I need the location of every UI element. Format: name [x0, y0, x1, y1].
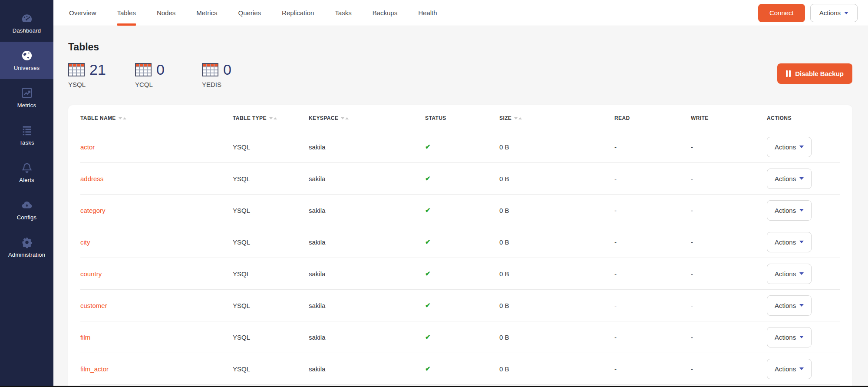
universe-tabs: Overview Tables Nodes Metrics Queries Re…: [59, 0, 448, 26]
status-check-icon: ✔: [425, 301, 499, 309]
connect-button[interactable]: Connect: [758, 4, 805, 22]
sort-icon[interactable]: [514, 117, 522, 119]
tab-nodes[interactable]: Nodes: [146, 0, 186, 26]
tab-label: Metrics: [196, 9, 217, 17]
size-cell: 0 B: [499, 365, 614, 373]
column-header-label: READ: [614, 115, 630, 121]
column-header-table-name[interactable]: TABLE NAME: [80, 115, 233, 121]
table-row: address YSQL sakila ✔ 0 B - - Actions: [80, 163, 840, 195]
sidebar-item-metrics[interactable]: Metrics: [0, 79, 53, 116]
row-actions-button[interactable]: Actions: [767, 169, 812, 189]
tab-label: Tables: [117, 9, 136, 17]
metrics-chart-icon: [21, 87, 33, 99]
chevron-down-icon: [844, 12, 848, 14]
table-name-link[interactable]: film: [80, 334, 233, 341]
tab-label: Nodes: [157, 9, 175, 17]
table-name-link[interactable]: address: [80, 175, 233, 182]
table-row: city YSQL sakila ✔ 0 B - - Actions: [80, 226, 840, 258]
table-name-link[interactable]: category: [80, 207, 233, 214]
table-row: country YSQL sakila ✔ 0 B - - Actions: [80, 258, 840, 290]
size-cell: 0 B: [499, 270, 614, 278]
table-type-cell: YSQL: [233, 238, 309, 246]
tab-metrics[interactable]: Metrics: [186, 0, 228, 26]
stat-label: YCQL: [135, 81, 202, 88]
sort-icon[interactable]: [269, 117, 277, 119]
stat-label: YEDIS: [202, 81, 269, 88]
table-name-link[interactable]: customer: [80, 302, 233, 309]
table-grid-icon: [68, 63, 85, 76]
row-actions-button[interactable]: Actions: [767, 295, 812, 316]
table-count-stat: 21 YSQL: [68, 61, 135, 88]
column-header-label: KEYSPACE: [309, 115, 338, 121]
tab-health[interactable]: Health: [408, 0, 447, 26]
universe-actions-button[interactable]: Actions: [810, 4, 858, 22]
keyspace-cell: sakila: [309, 365, 425, 373]
chevron-down-icon: [799, 304, 804, 307]
chevron-down-icon: [799, 241, 804, 243]
row-actions-button[interactable]: Actions: [767, 359, 812, 379]
column-header-keyspace[interactable]: KEYSPACE: [309, 115, 425, 121]
tab-tasks[interactable]: Tasks: [324, 0, 362, 26]
row-actions-label: Actions: [775, 238, 796, 246]
sidebar-item-universes[interactable]: Universes: [0, 42, 53, 79]
tab-label: Health: [418, 9, 437, 17]
column-header-label: TABLE TYPE: [233, 115, 267, 121]
tab-queries[interactable]: Queries: [228, 0, 272, 26]
write-cell: -: [691, 334, 767, 341]
universe-globe-icon: [21, 50, 33, 62]
table-name-link[interactable]: actor: [80, 143, 233, 151]
row-actions-button[interactable]: Actions: [767, 327, 812, 347]
tab-replication[interactable]: Replication: [271, 0, 324, 26]
keyspace-cell: sakila: [309, 334, 425, 341]
chevron-down-icon: [799, 367, 804, 370]
write-cell: -: [691, 365, 767, 373]
administration-gear-icon: [21, 236, 33, 248]
disable-backup-button[interactable]: Disable Backup: [777, 63, 852, 84]
column-header-status: STATUS: [425, 115, 499, 121]
stat-count: 21: [89, 61, 106, 78]
sidebar-item-configs[interactable]: Configs: [0, 191, 53, 228]
row-actions-button[interactable]: Actions: [767, 232, 812, 252]
sidebar-item-alerts[interactable]: Alerts: [0, 154, 53, 191]
table-count-stats: 21 YSQL 0 YCQL 0 YEDIS: [68, 61, 852, 88]
tables-card: TABLE NAME TABLE TYPE KEYSPACE STATUS SI…: [68, 105, 852, 387]
chevron-down-icon: [799, 177, 804, 180]
table-type-cell: YSQL: [233, 365, 309, 373]
table-name-link[interactable]: film_actor: [80, 365, 233, 373]
sidebar-item-label: Dashboard: [13, 27, 41, 34]
status-check-icon: ✔: [425, 238, 499, 246]
status-check-icon: ✔: [425, 365, 499, 373]
stat-label: YSQL: [68, 81, 135, 88]
table-type-cell: YSQL: [233, 334, 309, 341]
status-check-icon: ✔: [425, 333, 499, 341]
sidebar-item-tasks[interactable]: Tasks: [0, 116, 53, 154]
sort-icon[interactable]: [341, 117, 349, 119]
table-name-link[interactable]: city: [80, 238, 233, 246]
chevron-down-icon: [799, 336, 804, 338]
sort-icon[interactable]: [119, 117, 126, 119]
size-cell: 0 B: [499, 143, 614, 151]
keyspace-cell: sakila: [309, 175, 425, 182]
row-actions-label: Actions: [775, 270, 796, 278]
size-cell: 0 B: [499, 302, 614, 309]
row-actions-button[interactable]: Actions: [767, 200, 812, 221]
tab-tables[interactable]: Tables: [107, 0, 146, 26]
column-header-size[interactable]: SIZE: [499, 115, 614, 121]
row-actions-button[interactable]: Actions: [767, 264, 812, 284]
write-cell: -: [691, 175, 767, 182]
status-check-icon: ✔: [425, 270, 499, 278]
tab-label: Queries: [238, 9, 261, 17]
tab-overview[interactable]: Overview: [59, 0, 107, 26]
tab-label: Backups: [373, 9, 398, 17]
table-row: actor YSQL sakila ✔ 0 B - - Actions: [80, 131, 840, 163]
size-cell: 0 B: [499, 238, 614, 246]
table-count-stat: 0 YCQL: [135, 61, 202, 88]
column-header-table-type[interactable]: TABLE TYPE: [233, 115, 309, 121]
sidebar-item-dashboard[interactable]: Dashboard: [0, 4, 53, 42]
table-row: category YSQL sakila ✔ 0 B - - Actions: [80, 195, 840, 226]
row-actions-button[interactable]: Actions: [767, 137, 812, 157]
sidebar-item-administration[interactable]: Administration: [0, 228, 53, 266]
column-header-label: TABLE NAME: [80, 115, 116, 121]
tab-backups[interactable]: Backups: [362, 0, 408, 26]
table-name-link[interactable]: country: [80, 270, 233, 278]
